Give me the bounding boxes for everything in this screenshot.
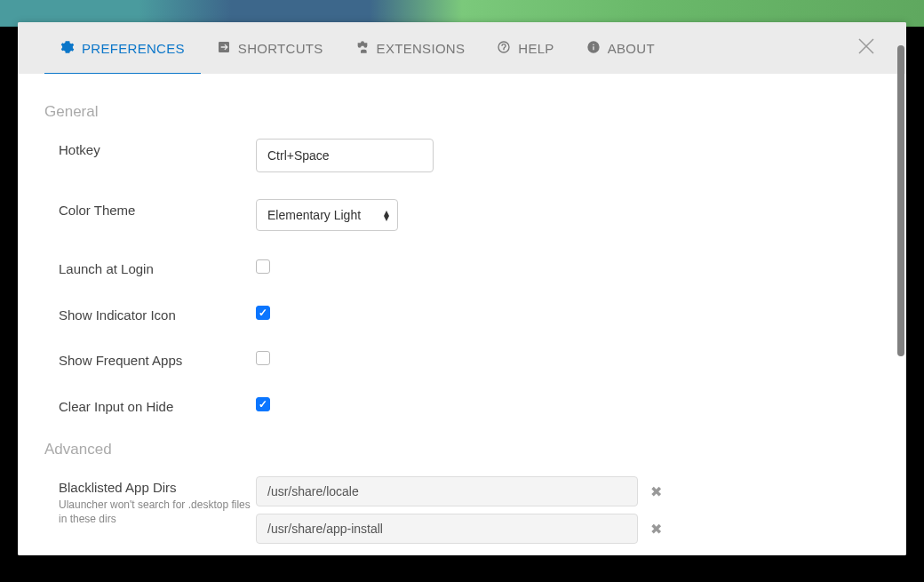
blacklist-input[interactable] [256,514,638,544]
hotkey-input[interactable] [256,139,434,172]
row-blacklist: Blacklisted App Dirs Ulauncher won't sea… [44,476,880,551]
tab-label: HELP [518,41,554,56]
remove-icon: ✖ [650,521,662,538]
launch-at-login-label: Launch at Login [59,258,256,276]
row-show-indicator: Show Indicator Icon [44,304,880,323]
row-color-theme: Color Theme Elementary Light ▴▾ [44,199,880,231]
remove-blacklist-button[interactable]: ✖ [647,520,665,538]
show-frequent-label: Show Frequent Apps [59,349,256,368]
tab-label: PREFERENCES [82,41,185,56]
show-indicator-label: Show Indicator Icon [59,304,256,323]
extensions-icon [355,40,370,57]
remove-blacklist-button[interactable]: ✖ [647,482,665,500]
color-theme-select[interactable]: Elementary Light [256,199,398,231]
clear-input-label: Clear Input on Hide [59,395,256,414]
blacklist-item: ✖ [256,476,665,506]
remove-icon: ✖ [650,483,662,500]
gear-icon [60,40,75,57]
shortcut-icon [217,40,231,57]
help-icon [497,40,511,57]
blacklist-input[interactable] [256,476,638,506]
preferences-content: General Hotkey Color Theme Elementary Li… [18,74,906,555]
tab-extensions[interactable]: EXTENSIONS [339,22,482,74]
tab-preferences[interactable]: PREFERENCES [44,22,201,74]
row-hotkey: Hotkey [44,139,880,172]
close-icon [856,36,877,60]
tab-label: SHORTCUTS [238,41,323,56]
launch-at-login-checkbox[interactable] [256,259,270,274]
blacklist-item: ✖ [256,514,665,544]
info-icon [586,40,601,57]
section-general-title: General [44,103,880,121]
tab-bar: PREFERENCES SHORTCUTS EXTENSIONS HELP AB… [18,22,906,74]
row-show-frequent: Show Frequent Apps [44,349,880,369]
close-button[interactable] [853,35,880,61]
hotkey-label: Hotkey [59,139,256,157]
blacklist-sublabel: Ulauncher won't search for .desktop file… [59,498,256,526]
preferences-window: PREFERENCES SHORTCUTS EXTENSIONS HELP AB… [18,22,906,555]
tab-label: ABOUT [608,41,655,56]
tab-help[interactable]: HELP [481,22,570,74]
tab-about[interactable]: ABOUT [570,22,671,74]
row-clear-input: Clear Input on Hide [44,395,880,414]
show-frequent-checkbox[interactable] [256,351,270,365]
scrollbar[interactable] [897,45,904,356]
tab-label: EXTENSIONS [377,41,466,56]
show-indicator-checkbox[interactable] [256,306,270,320]
section-advanced-title: Advanced [44,441,880,458]
tab-shortcuts[interactable]: SHORTCUTS [201,22,339,74]
row-launch-at-login: Launch at Login [44,258,880,277]
color-theme-label: Color Theme [59,199,256,218]
clear-input-checkbox[interactable] [256,397,270,411]
blacklist-label: Blacklisted App Dirs Ulauncher won't sea… [59,476,256,526]
